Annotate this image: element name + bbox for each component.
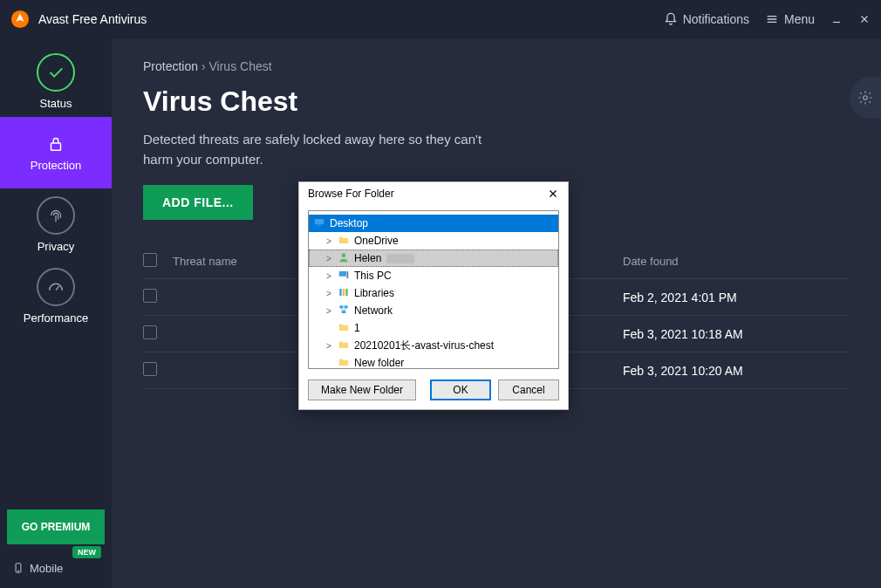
svg-rect-11	[343, 288, 345, 295]
svg-rect-1	[51, 143, 61, 150]
tree-expander-icon[interactable]: >	[324, 306, 333, 316]
sidebar-item-mobile[interactable]: NEW Mobile	[0, 551, 112, 588]
titlebar-right: Notifications Menu	[664, 12, 871, 26]
tree-expander-icon[interactable]: >	[324, 236, 333, 246]
tree-item[interactable]: >20210201长-avast-virus-chest	[309, 337, 558, 354]
tree-item[interactable]: >Network	[309, 302, 558, 319]
svg-point-3	[17, 571, 18, 571]
tree-expander-icon[interactable]: >	[324, 289, 333, 298]
tree-item[interactable]: >Libraries	[309, 284, 558, 302]
tree-item[interactable]: >This PC	[309, 267, 558, 284]
date-cell: Feb 2, 2021 4:01 PM	[623, 291, 850, 304]
sidebar-item-status[interactable]: Status	[0, 45, 112, 117]
app-title: Avast Free Antivirus	[38, 12, 147, 26]
notifications-button[interactable]: Notifications	[664, 12, 749, 26]
folder-icon	[337, 234, 351, 249]
sidebar-item-performance[interactable]: Performance	[0, 260, 112, 332]
select-all-checkbox[interactable]	[143, 253, 157, 267]
svg-rect-9	[347, 270, 349, 277]
tree-expander-icon[interactable]: >	[324, 271, 333, 281]
bell-icon	[664, 12, 678, 26]
svg-rect-8	[339, 270, 346, 276]
sidebar-item-label: Status	[40, 97, 72, 110]
mobile-label: Mobile	[30, 562, 63, 575]
tree-item[interactable]: Desktop	[309, 215, 558, 232]
col-date-found: Date found	[623, 255, 850, 268]
gauge-icon	[46, 277, 65, 297]
date-cell: Feb 3, 2021 10:20 AM	[623, 364, 850, 378]
browse-folder-dialog: Browse For Folder Desktop>OneDrive>Helen…	[298, 181, 569, 410]
row-checkbox[interactable]	[143, 325, 157, 339]
avast-logo-icon	[10, 10, 30, 29]
new-badge: NEW	[72, 546, 101, 558]
dialog-button-row: Make New Folder OK Cancel	[299, 379, 568, 409]
add-file-button[interactable]: ADD FILE...	[143, 185, 253, 220]
dialog-close-button[interactable]	[547, 188, 559, 200]
dialog-title: Browse For Folder	[308, 188, 394, 200]
svg-point-7	[342, 253, 346, 257]
tree-item[interactable]: New folder	[309, 354, 558, 369]
svg-point-4	[864, 96, 868, 100]
tree-item[interactable]: >Helen	[309, 250, 558, 267]
breadcrumb-root[interactable]: Protection	[143, 59, 198, 73]
tree-item[interactable]: >OneDrive	[309, 232, 558, 250]
sidebar-item-label: Protection	[31, 159, 82, 172]
hamburger-icon	[765, 12, 779, 26]
sidebar-item-label: Privacy	[38, 240, 75, 253]
minimize-button[interactable]	[830, 13, 843, 25]
lock-icon	[46, 134, 65, 154]
tree-item-label: Network	[354, 304, 393, 317]
user-icon	[337, 251, 351, 266]
tree-item[interactable]: 1	[309, 319, 558, 337]
go-premium-button[interactable]: GO PREMIUM	[7, 509, 105, 544]
privacy-ring-icon	[37, 196, 75, 235]
sidebar-item-label: Performance	[24, 311, 88, 325]
sidebar-item-protection[interactable]: Protection	[0, 117, 112, 188]
desktop-icon	[312, 216, 326, 231]
sidebar-item-privacy[interactable]: Privacy	[0, 188, 112, 260]
folder-icon	[337, 356, 351, 370]
menu-label: Menu	[784, 12, 815, 26]
folder-icon	[337, 321, 351, 336]
make-new-folder-button[interactable]: Make New Folder	[308, 379, 416, 400]
svg-rect-5	[315, 218, 324, 223]
page-title: Virus Chest	[143, 85, 850, 118]
titlebar: Avast Free Antivirus Notifications Menu	[0, 0, 881, 38]
dialog-titlebar: Browse For Folder	[299, 182, 568, 210]
breadcrumb-sep: ›	[201, 59, 206, 73]
tree-expander-icon[interactable]: >	[324, 341, 333, 351]
performance-ring-icon	[37, 268, 75, 306]
tree-item-label: Desktop	[330, 217, 368, 229]
folder-tree[interactable]: Desktop>OneDrive>Helen>This PC>Libraries…	[308, 210, 559, 369]
check-icon	[46, 63, 65, 82]
tree-item-label: New folder	[354, 357, 404, 369]
status-ring-icon	[37, 53, 75, 92]
menu-button[interactable]: Menu	[765, 12, 815, 26]
mobile-icon	[12, 560, 24, 576]
tree-item-label: 20210201长-avast-virus-chest	[354, 338, 494, 353]
redacted-text	[386, 254, 414, 263]
tree-item-label: Helen	[354, 252, 381, 264]
tree-item-label: Libraries	[354, 287, 394, 299]
breadcrumb: Protection › Virus Chest	[143, 59, 850, 73]
cancel-button[interactable]: Cancel	[498, 379, 559, 400]
fingerprint-icon	[46, 206, 65, 225]
folder-icon	[337, 338, 351, 353]
page-subtitle: Detected threats are safely locked away …	[143, 130, 509, 169]
close-button[interactable]	[858, 13, 871, 25]
row-checkbox[interactable]	[143, 362, 157, 376]
svg-rect-15	[342, 311, 346, 313]
svg-rect-6	[318, 224, 321, 225]
tree-item-label: This PC	[354, 270, 392, 282]
tree-item-label: OneDrive	[354, 235, 399, 247]
row-checkbox[interactable]	[143, 289, 157, 303]
ok-button[interactable]: OK	[430, 379, 491, 400]
network-icon	[337, 304, 351, 318]
svg-rect-10	[339, 288, 341, 295]
svg-rect-12	[345, 288, 347, 295]
tree-item-label: 1	[354, 322, 360, 334]
tree-expander-icon[interactable]: >	[324, 254, 333, 263]
svg-rect-14	[345, 305, 348, 308]
notifications-label: Notifications	[683, 12, 749, 26]
breadcrumb-current: Virus Chest	[209, 59, 272, 73]
